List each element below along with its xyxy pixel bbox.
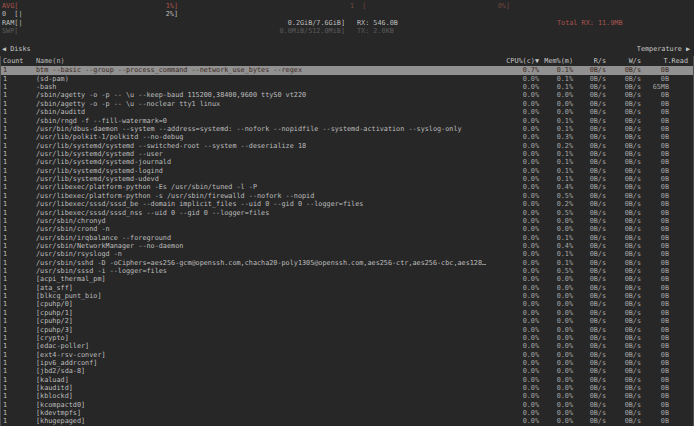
header-tread[interactable]: T.Read — [641, 56, 688, 66]
cell-count: 1 — [1, 342, 36, 350]
cell-rps: 0B/s — [573, 309, 606, 317]
process-row[interactable]: 1[kcompactd0]0.0%0.0%0B/s0B/s0B — [1, 401, 693, 409]
header-count[interactable]: Count — [1, 56, 36, 66]
process-row[interactable]: 1[blkcg_punt_bio]0.0%0.0%0B/s0B/s0B — [1, 292, 693, 300]
cell-tread: 0B — [641, 234, 669, 242]
header-cpu[interactable]: CPU%(c)▼ — [489, 56, 539, 66]
header-mem[interactable]: Mem%(m) — [539, 56, 573, 66]
cell-tread: 0B — [641, 108, 669, 116]
ram-gauge: RAM[|0.2GiB/7.6GiB] — [2, 19, 345, 27]
cell-cpu: 0.0% — [489, 334, 539, 342]
process-row[interactable]: 1(sd-pam)0.0%0.1%0B/s0B/s0B — [1, 75, 693, 83]
process-row[interactable]: 1/usr/sbin/chronyd0.0%0.0%0B/s0B/s0B — [1, 217, 693, 225]
cell-tread: 0B — [641, 401, 669, 409]
cell-mem: 0.1% — [539, 259, 573, 267]
cell-count: 1 — [1, 367, 36, 375]
process-name: /usr/sbin/sshd -D -oCiphers=aes256-gcm@o… — [36, 259, 489, 267]
cell-cpu: 0.0% — [489, 417, 539, 425]
process-row[interactable]: 1/usr/bin/dbus-daemon --system --address… — [1, 125, 693, 133]
process-name: /usr/lib/systemd/systemd-journald — [36, 158, 489, 166]
process-row[interactable]: 1[cpuhp/2]0.0%0.0%0B/s0B/s0B — [1, 317, 693, 325]
process-row[interactable]: 1[crypto]0.0%0.0%0B/s0B/s0B — [1, 334, 693, 342]
cell-count: 1 — [1, 292, 36, 300]
process-row[interactable]: 1[acpi_thermal_pm]0.0%0.0%0B/s0B/s0B — [1, 275, 693, 283]
process-name: -bash — [36, 83, 489, 91]
process-row[interactable]: 1/usr/libexec/sssd/sssd_nss --uid 0 --gi… — [1, 209, 693, 217]
process-row[interactable]: 1-bash0.0%0.1%0B/s0B/s65MB — [1, 83, 693, 91]
cell-mem: 0.1% — [539, 75, 573, 83]
process-row[interactable]: 1/usr/lib/polkit-1/polkitd --no-debug0.0… — [1, 133, 693, 141]
cell-rps: 0B/s — [573, 417, 606, 425]
cell-rps: 0B/s — [573, 292, 606, 300]
cell-rps: 0B/s — [573, 317, 606, 325]
process-row[interactable]: 1/sbin/rngd -f --fill-watermark=00.0%0.1… — [1, 117, 693, 125]
ram-label: RAM[ — [2, 19, 18, 27]
header-name[interactable]: Name(n) — [36, 56, 489, 66]
process-row[interactable]: 1/usr/libexec/platform-python -s /usr/sb… — [1, 192, 693, 200]
cell-count: 1 — [1, 392, 36, 400]
cell-cpu: 0.0% — [489, 351, 539, 359]
header-wps[interactable]: W/s — [606, 56, 641, 66]
ram-bar: | — [18, 19, 287, 27]
process-row[interactable]: 1/sbin/agetty -o -p -- \u --keep-baud 11… — [1, 91, 693, 99]
nav-temperature[interactable]: Temperature ▶ — [637, 45, 690, 54]
cell-count: 1 — [1, 284, 36, 292]
network-total-rx: Total RX: 11.9MB — [557, 19, 622, 27]
cpu-core1-bar — [366, 2, 497, 10]
cell-cpu: 0.0% — [489, 167, 539, 175]
nav-disks[interactable]: ◀ Disks — [2, 45, 31, 54]
process-row[interactable]: 1/usr/lib/systemd/systemd --user0.0%0.1%… — [1, 150, 693, 158]
cell-cpu: 0.0% — [489, 342, 539, 350]
process-row[interactable]: 1[edac-poller]0.0%0.0%0B/s0B/s0B — [1, 342, 693, 350]
process-row[interactable]: 1[ata_sff]0.0%0.0%0B/s0B/s0B — [1, 284, 693, 292]
process-row[interactable]: 1[ext4-rsv-conver]0.0%0.0%0B/s0B/s0B — [1, 351, 693, 359]
process-row[interactable]: 1/sbin/agetty -o -p -- \u --noclear tty1… — [1, 100, 693, 108]
cell-count: 1 — [1, 309, 36, 317]
cell-count: 1 — [1, 91, 36, 99]
cell-wps: 0B/s — [606, 417, 641, 425]
process-row[interactable]: 1/usr/sbin/crond -n0.0%0.0%0B/s0B/s0B — [1, 225, 693, 233]
cpu-core1-gauge: 1 [0%] — [350, 2, 510, 10]
cell-count: 1 — [1, 66, 36, 74]
process-row[interactable]: 1/usr/sbin/sssd -i --logger=files0.0%0.5… — [1, 267, 693, 275]
cell-cpu: 0.0% — [489, 158, 539, 166]
process-row[interactable]: 1/usr/libexec/sssd/sssd_be --domain impl… — [1, 200, 693, 208]
cell-rps: 0B/s — [573, 234, 606, 242]
process-row[interactable]: 1/usr/sbin/irqbalance --foreground0.0%0.… — [1, 234, 693, 242]
cell-wps: 0B/s — [606, 108, 641, 116]
process-row[interactable]: 1[cpuhp/0]0.0%0.0%0B/s0B/s0B — [1, 300, 693, 308]
process-row[interactable]: 1[khugepaged]0.0%0.0%0B/s0B/s0B — [1, 417, 693, 425]
cell-cpu: 0.0% — [489, 392, 539, 400]
process-row[interactable]: 1/usr/lib/systemd/systemd --switched-roo… — [1, 142, 693, 150]
process-row[interactable]: 1/usr/lib/systemd/systemd-logind0.0%0.1%… — [1, 167, 693, 175]
cell-rps: 0B/s — [573, 267, 606, 275]
process-row[interactable]: 1[kauditd]0.0%0.0%0B/s0B/s0B — [1, 384, 693, 392]
process-row[interactable]: 1[jbd2/sda-8]0.0%0.0%0B/s0B/s0B — [1, 367, 693, 375]
cpu-core0-value: 2%] — [166, 10, 178, 18]
cell-cpu: 0.0% — [489, 150, 539, 158]
process-row[interactable]: 1/usr/lib/systemd/systemd-udevd0.0%0.1%0… — [1, 175, 693, 183]
cell-count: 1 — [1, 259, 36, 267]
cell-mem: 0.2% — [539, 200, 573, 208]
process-row[interactable]: 1[kdevtmpfs]0.0%0.0%0B/s0B/s0B — [1, 409, 693, 417]
process-row[interactable]: 1[ipv6_addrconf]0.0%0.0%0B/s0B/s0B — [1, 359, 693, 367]
cell-count: 1 — [1, 125, 36, 133]
cell-wps: 0B/s — [606, 200, 641, 208]
process-row[interactable]: 1/sbin/auditd0.0%0.0%0B/s0B/s0B — [1, 108, 693, 116]
process-name: [khugepaged] — [36, 417, 489, 425]
process-row[interactable]: 1[cpuhp/3]0.0%0.0%0B/s0B/s0B — [1, 326, 693, 334]
process-row[interactable]: 1/usr/sbin/NetworkManager --no-daemon0.0… — [1, 242, 693, 250]
process-row[interactable]: 1[cpuhp/1]0.0%0.0%0B/s0B/s0B — [1, 309, 693, 317]
process-row[interactable]: 1[kaluad]0.0%0.0%0B/s0B/s0B — [1, 376, 693, 384]
process-name: /usr/sbin/rsyslogd -n — [36, 250, 489, 258]
header-rps[interactable]: R/s — [573, 56, 606, 66]
process-row[interactable]: 1/usr/sbin/rsyslogd -n0.0%0.1%0B/s0B/s0B — [1, 250, 693, 258]
process-row[interactable]: 1btm --basic --group --process_command -… — [1, 66, 693, 74]
process-row[interactable]: 1[kblockd]0.0%0.0%0B/s0B/s0B — [1, 392, 693, 400]
process-row[interactable]: 1/usr/libexec/platform-python -Es /usr/s… — [1, 183, 693, 191]
cell-wps: 0B/s — [606, 367, 641, 375]
cell-count: 1 — [1, 234, 36, 242]
cell-wps: 0B/s — [606, 175, 641, 183]
process-row[interactable]: 1/usr/sbin/sshd -D -oCiphers=aes256-gcm@… — [1, 259, 693, 267]
process-row[interactable]: 1/usr/lib/systemd/systemd-journald0.0%0.… — [1, 158, 693, 166]
